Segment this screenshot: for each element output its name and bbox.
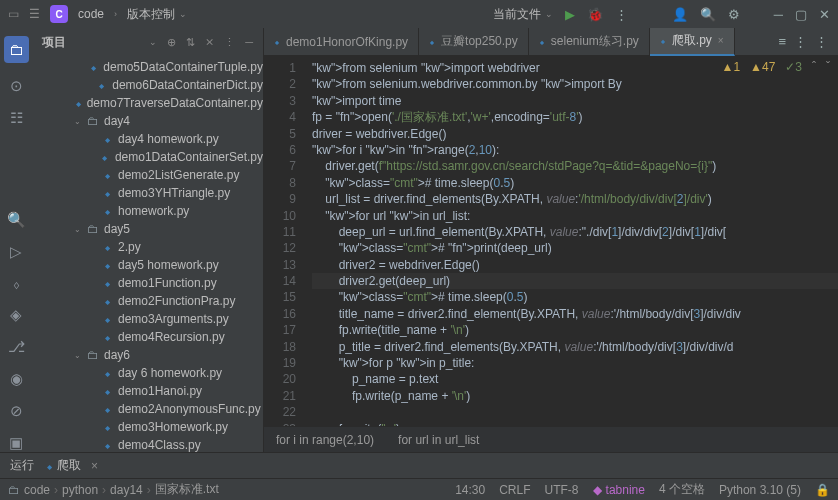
collapse-icon[interactable]: ⨯ <box>205 36 214 49</box>
breadcrumb-bar[interactable]: for i in range(2,10) for url in url_list <box>264 426 838 452</box>
code-content[interactable]: "kw">from selenium "kw">import webdriver… <box>304 56 838 426</box>
run-tool-icon[interactable]: ▷ <box>10 243 22 261</box>
search-icon[interactable]: 🔍 <box>700 7 716 22</box>
tree-item[interactable]: ⬥demo5DataContainerTuple.py <box>32 58 263 76</box>
tree-item[interactable]: ⬥demo2AnonymousFunc.py <box>32 400 263 418</box>
project-badge[interactable]: C <box>50 5 68 23</box>
status-time: 14:30 <box>455 481 485 498</box>
menu-icon[interactable]: ▭ <box>8 7 19 21</box>
status-lock-icon[interactable]: 🔒 <box>815 481 830 498</box>
tree-item[interactable]: ⬥demo4Class.py <box>32 436 263 452</box>
project-name[interactable]: code <box>78 7 104 21</box>
more-icon[interactable]: ⋮ <box>615 7 628 22</box>
tab-list-icon[interactable]: ≡ <box>778 34 786 49</box>
tree-item[interactable]: ⬥day 6 homework.py <box>32 364 263 382</box>
editor-tab[interactable]: ⬥爬取.py× <box>650 28 735 56</box>
tree-item[interactable]: ⬥demo1Hanoi.py <box>32 382 263 400</box>
project-tool-icon[interactable]: 🗀 <box>4 36 29 63</box>
hide-icon[interactable]: ⋮ <box>224 36 235 49</box>
status-indent[interactable]: 4 个空格 <box>659 481 705 498</box>
activity-bar: 🗀 ⊙ ☷ 🔍 ▷ ⬨ ◈ ⎇ ◉ ⊘ ▣ <box>0 28 32 452</box>
debug-icon[interactable]: 🐞 <box>587 7 603 22</box>
tree-item[interactable]: ⬥demo4Recursion.py <box>32 328 263 346</box>
status-tabnine[interactable]: ◆ tabnine <box>593 481 645 498</box>
status-encoding[interactable]: UTF-8 <box>545 481 579 498</box>
status-path[interactable]: 🗀 code › python › day14 › 国家标准.txt <box>8 481 219 498</box>
commit-tool-icon[interactable]: ⊙ <box>10 77 23 95</box>
editor-tab[interactable]: ⬥豆瓣top250.py <box>419 28 529 56</box>
sidebar-title: 项目 <box>42 34 143 51</box>
problems-icon[interactable]: ⊘ <box>10 402 23 420</box>
tab-opts-icon[interactable]: ⋮ <box>815 34 828 49</box>
todo-icon[interactable]: ◉ <box>10 370 23 388</box>
terminal-icon[interactable]: ▣ <box>9 434 23 452</box>
minimize-panel-icon[interactable]: ─ <box>245 36 253 48</box>
project-sidebar: 项目 ⌄ ⊕ ⇅ ⨯ ⋮ ─ ⬥demo5DataContainerTuple.… <box>32 28 264 452</box>
settings-icon[interactable]: ⚙ <box>728 7 740 22</box>
run-tab[interactable]: ⬥爬取× <box>46 457 98 474</box>
editor-tabs: ⬥demo1HonorOfKing.py⬥豆瓣top250.py⬥seleniu… <box>264 28 838 56</box>
file-tree[interactable]: ⬥demo5DataContainerTuple.py⬥demo6DataCon… <box>32 56 263 452</box>
structure-tool-icon[interactable]: ☷ <box>10 109 23 127</box>
maximize-icon[interactable]: ▢ <box>795 7 807 22</box>
editor-tab[interactable]: ⬥demo1HonorOfKing.py <box>264 28 419 56</box>
run-config-dropdown[interactable]: 当前文件⌄ <box>493 6 553 23</box>
vcs-dropdown[interactable]: 版本控制⌄ <box>127 6 187 23</box>
run-icon[interactable]: ▶ <box>565 7 575 22</box>
tree-item[interactable]: ⬥day4 homework.py <box>32 130 263 148</box>
tree-item[interactable]: ⬥day5 homework.py <box>32 256 263 274</box>
status-interpreter[interactable]: Python 3.10 (5) <box>719 481 801 498</box>
run-panel: 运行 ⬥爬取× <box>0 452 838 478</box>
tree-item[interactable]: ⬥2.py <box>32 238 263 256</box>
status-eol[interactable]: CRLF <box>499 481 530 498</box>
tree-item[interactable]: ⬥demo3YHTriangle.py <box>32 184 263 202</box>
titlebar: ▭ ☰ C code › 版本控制⌄ 当前文件⌄ ▶ 🐞 ⋮ 👤 🔍 ⚙ ─ ▢… <box>0 0 838 28</box>
select-opened-icon[interactable]: ⊕ <box>167 36 176 49</box>
chevron-right-icon: › <box>114 9 117 19</box>
search-tool-icon[interactable]: 🔍 <box>7 211 26 229</box>
tree-item[interactable]: ⌄🗀day5 <box>32 220 263 238</box>
services-icon[interactable]: ◈ <box>10 306 22 324</box>
tree-item[interactable]: ⌄🗀day4 <box>32 112 263 130</box>
python-console-icon[interactable]: ⬨ <box>12 275 21 292</box>
chevron-down-icon[interactable]: ⌄ <box>149 37 157 47</box>
tree-item[interactable]: ⬥demo2FunctionPra.py <box>32 292 263 310</box>
tree-item[interactable]: ⬥demo2ListGenerate.py <box>32 166 263 184</box>
tree-item[interactable]: ⬥demo3Homework.py <box>32 418 263 436</box>
expand-all-icon[interactable]: ⇅ <box>186 36 195 49</box>
code-with-me-icon[interactable]: 👤 <box>672 7 688 22</box>
tree-item[interactable]: ⬥homework.py <box>32 202 263 220</box>
minimize-icon[interactable]: ─ <box>774 7 783 22</box>
line-gutter[interactable]: 1234567891011121314151617181920212223 <box>264 56 304 426</box>
hamburger-icon[interactable]: ☰ <box>29 7 40 21</box>
status-bar: 🗀 code › python › day14 › 国家标准.txt 14:30… <box>0 478 838 500</box>
close-icon[interactable]: ✕ <box>819 7 830 22</box>
tree-item[interactable]: ⌄🗀day6 <box>32 346 263 364</box>
tab-more-icon[interactable]: ⋮ <box>794 34 807 49</box>
tree-item[interactable]: ⬥demo3Arguments.py <box>32 310 263 328</box>
vcs-tool-icon[interactable]: ⎇ <box>8 338 25 356</box>
tree-item[interactable]: ⬥demo1DataContainerSet.py <box>32 148 263 166</box>
inspections-widget[interactable]: ▲1 ▲47 ✓3 ˆˇ <box>721 60 830 74</box>
run-label: 运行 <box>10 457 34 474</box>
tree-item[interactable]: ⬥demo1Function.py <box>32 274 263 292</box>
editor-tab[interactable]: ⬥selenium练习.py <box>529 28 650 56</box>
tree-item[interactable]: ⬥demo7TraverseDataContainer.py <box>32 94 263 112</box>
tree-item[interactable]: ⬥demo6DataContainerDict.py <box>32 76 263 94</box>
